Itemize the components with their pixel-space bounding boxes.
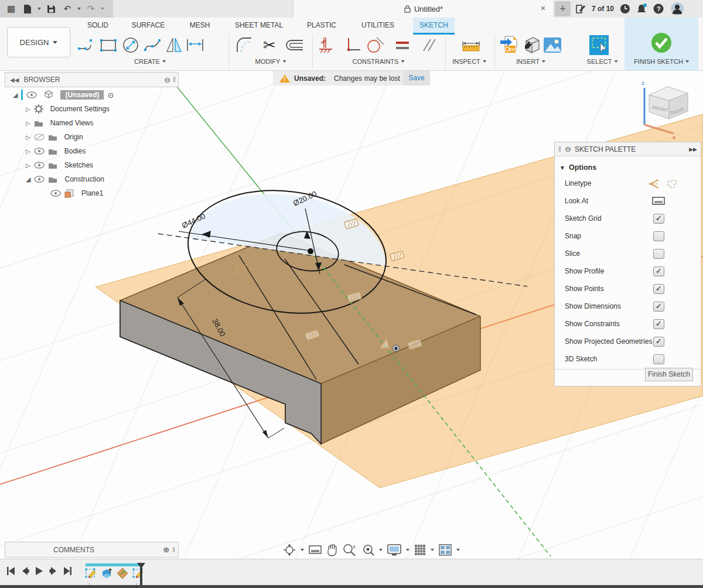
select-window-icon[interactable] <box>589 35 609 55</box>
inspect-group-label[interactable]: INSPECT <box>452 57 486 66</box>
redo-caret[interactable] <box>101 8 104 10</box>
skip-to-start-icon[interactable] <box>6 566 16 576</box>
horizontal-vertical-icon[interactable] <box>318 35 337 55</box>
fit-caret[interactable] <box>379 549 383 551</box>
tab-surface[interactable]: SURFACE <box>127 18 170 33</box>
panel-grip[interactable]: ‖ <box>558 145 561 153</box>
construction-plane-feature-icon[interactable] <box>117 568 129 580</box>
insert-mesh-icon[interactable] <box>522 35 542 55</box>
trim-icon[interactable]: ✂ <box>260 35 279 55</box>
close-tab-icon[interactable]: × <box>537 2 549 14</box>
app-grid-icon[interactable]: ▦ <box>5 2 18 15</box>
offset-icon[interactable] <box>283 35 303 55</box>
edits-counter-icon[interactable] <box>576 4 586 14</box>
sketch-edge-point[interactable] <box>394 347 398 351</box>
play-icon[interactable] <box>34 566 44 576</box>
step-back-icon[interactable] <box>20 566 30 576</box>
step-forward-icon[interactable] <box>48 566 58 576</box>
tab-plastic[interactable]: PLASTIC <box>301 18 342 33</box>
insert-svg-icon[interactable]: SVG <box>499 35 519 55</box>
tab-utilities[interactable]: UTILITIES <box>356 18 400 33</box>
minus-circle-icon[interactable]: ⊖ <box>565 145 571 153</box>
3d-sketch-checkbox[interactable] <box>653 354 664 364</box>
collapsed-triangle-icon[interactable]: ▷ <box>26 106 30 112</box>
eye-off-icon[interactable] <box>34 134 45 141</box>
expanded-triangle-icon[interactable]: ◢ <box>13 91 18 99</box>
show-dimensions-checkbox[interactable] <box>653 302 664 312</box>
collapsed-triangle-icon[interactable]: ▷ <box>26 148 30 155</box>
collapsed-triangle-icon[interactable]: ▷ <box>26 134 30 141</box>
display-settings-icon[interactable] <box>387 544 401 556</box>
options-section-header[interactable]: ▼ Options <box>555 159 701 176</box>
zoom-icon[interactable]: ± <box>343 543 357 556</box>
constraints-group-label[interactable]: CONSTRAINTS <box>353 57 405 66</box>
eye-icon[interactable] <box>50 190 61 197</box>
file-menu-caret[interactable] <box>37 8 41 10</box>
pan-icon[interactable] <box>326 543 338 556</box>
look-at-icon[interactable] <box>652 196 665 206</box>
viewports-icon[interactable] <box>439 544 452 556</box>
measure-icon[interactable] <box>461 35 481 55</box>
show-points-checkbox[interactable] <box>653 284 664 294</box>
tab-solid[interactable]: SOLID <box>81 18 115 33</box>
save-button[interactable]: Save <box>403 71 430 86</box>
collapsed-triangle-icon[interactable]: ▷ <box>26 162 30 169</box>
section-collapse-triangle-icon[interactable]: ▼ <box>559 165 565 171</box>
plus-circle-icon[interactable]: ⊕ <box>163 545 169 554</box>
expanded-triangle-icon[interactable]: ◢ <box>26 176 30 183</box>
snap-checkbox[interactable] <box>653 231 664 241</box>
save-icon[interactable] <box>45 2 57 15</box>
skip-to-end-icon[interactable] <box>62 566 72 576</box>
perpendicular-icon[interactable] <box>343 35 363 55</box>
timeline-group-bar[interactable] <box>86 563 139 566</box>
insert-group-label[interactable]: INSERT <box>516 57 545 66</box>
browser-item-plane1[interactable]: Plane1 <box>50 187 107 199</box>
extrude-feature-icon[interactable] <box>101 568 113 580</box>
finish-sketch-button[interactable]: FINISH SKETCH <box>624 18 698 70</box>
radio-target-icon[interactable]: ⊙ <box>107 91 114 100</box>
tab-mesh[interactable]: MESH <box>183 18 217 33</box>
browser-item-named-views[interactable]: ▷ Named Views <box>26 117 97 129</box>
spline-icon[interactable] <box>142 35 162 55</box>
undo-caret[interactable] <box>77 8 81 10</box>
redo-icon[interactable]: ↷ <box>84 2 97 15</box>
browser-item-bodies[interactable]: ▷ Bodies <box>26 145 89 157</box>
circle-icon[interactable] <box>121 35 141 55</box>
tab-sketch[interactable]: SKETCH <box>413 18 455 35</box>
show-projected-geometries-checkbox[interactable] <box>653 337 664 347</box>
show-constraints-checkbox[interactable] <box>653 319 664 329</box>
eye-icon[interactable] <box>26 91 37 98</box>
construction-linetype-icon[interactable] <box>666 179 678 189</box>
viewports-caret[interactable] <box>456 549 460 551</box>
display-caret[interactable] <box>406 549 409 551</box>
palette-finish-sketch-button[interactable]: Finish Sketch <box>645 368 693 381</box>
sketch-grid-checkbox[interactable] <box>653 214 664 224</box>
centerline-linetype-icon[interactable] <box>647 179 660 189</box>
tab-sheet-metal[interactable]: SHEET METAL <box>228 18 289 33</box>
notifications-bell-icon[interactable] <box>637 4 647 15</box>
parallel-icon[interactable] <box>419 35 439 55</box>
sketch-center-point[interactable] <box>308 248 313 254</box>
eye-icon[interactable] <box>34 176 45 183</box>
orbit-icon[interactable] <box>283 543 296 556</box>
canvas-icon[interactable] <box>542 35 562 55</box>
grid-caret[interactable] <box>431 549 434 551</box>
eye-icon[interactable] <box>34 162 45 169</box>
show-profile-checkbox[interactable] <box>653 266 664 276</box>
sketch-palette-header[interactable]: ‖ ⊖ SKETCH PALETTE ▶▶ <box>555 142 701 156</box>
fillet-icon[interactable] <box>234 35 254 55</box>
file-icon[interactable] <box>21 2 34 15</box>
browser-root-row[interactable]: ◢ (Unsaved) ⊙ <box>13 89 114 101</box>
tangent-icon[interactable] <box>365 35 385 55</box>
expand-right-icon[interactable]: ▶▶ <box>689 146 697 152</box>
root-document-label[interactable]: (Unsaved) <box>60 90 104 100</box>
browser-item-origin[interactable]: ▷ Origin <box>26 131 87 143</box>
browser-panel-header[interactable]: ◀◀ BROWSER ⊖ ‖ <box>5 72 179 87</box>
select-group-label[interactable]: SELECT <box>587 57 618 66</box>
avatar[interactable] <box>670 2 684 16</box>
panel-grip[interactable]: ‖ <box>173 76 176 84</box>
collapsed-triangle-icon[interactable]: ▷ <box>26 120 30 127</box>
orbit-caret[interactable] <box>301 549 304 551</box>
browser-item-document-settings[interactable]: ▷ Document Settings <box>26 103 113 115</box>
modify-group-label[interactable]: MODIFY <box>255 57 286 66</box>
